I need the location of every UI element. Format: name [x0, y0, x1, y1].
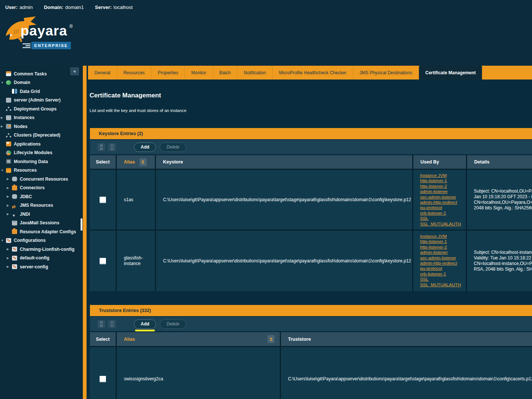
keystore-add-button[interactable]: Add — [134, 143, 156, 152]
used-by-link[interactable]: sec-admin-listener — [420, 194, 456, 200]
page-subtitle: List and edit the key and trust stores o… — [90, 108, 187, 113]
sidebar-item[interactable]: Monitoring Data — [0, 157, 83, 166]
tab[interactable]: Notification — [237, 66, 272, 80]
sidebar-item[interactable]: Resource Adapter Configs — [0, 227, 83, 236]
used-by-link[interactable]: pu-protocol — [420, 266, 442, 271]
nav-icon — [6, 115, 11, 120]
tree-toggle-icon[interactable] — [1, 239, 6, 242]
col-header-alias-label: Alias — [124, 159, 135, 165]
sidebar-item-label: server (Admin Server) — [14, 97, 60, 103]
tree-toggle-icon[interactable] — [7, 186, 12, 190]
row-checkbox[interactable] — [100, 258, 106, 264]
deselect-all-icon[interactable] — [108, 143, 116, 151]
sidebar-item[interactable]: server (Admin Server) — [0, 96, 83, 105]
sidebar-item[interactable]: Data Grid — [0, 87, 83, 96]
used-by-link[interactable]: pu-protocol — [420, 205, 442, 210]
sidebar-item[interactable]: Domain — [0, 78, 83, 87]
used-by-link[interactable]: http-listener-2 — [420, 184, 447, 189]
sidebar-item[interactable]: Concurrent Resources — [0, 175, 83, 184]
sidebar-item[interactable]: Configurations — [0, 236, 83, 245]
sidebar-item[interactable]: Charming-Lionfish-config — [0, 245, 83, 254]
used-by-link[interactable]: http-listener-1 — [420, 239, 447, 244]
sidebar-item[interactable]: default-config — [0, 254, 83, 263]
truststore-add-button[interactable]: Add — [134, 319, 156, 329]
tab[interactable]: MicroProfile Healthcheck Checker — [273, 66, 353, 80]
sidebar-item-label: default-config — [20, 255, 49, 261]
tree-toggle-icon[interactable] — [7, 177, 12, 181]
used-by-link[interactable]: admin-http-redirect — [420, 200, 457, 205]
sidebar-item[interactable]: Clusters (Deprecated) — [0, 131, 83, 140]
tab[interactable]: General — [88, 66, 117, 80]
tree-toggle-icon[interactable] — [1, 125, 6, 128]
tree-toggle-icon[interactable] — [7, 256, 12, 260]
sidebar-item[interactable]: Common Tasks — [0, 69, 83, 78]
keystore-section-header: Keystore Entries (2) — [90, 128, 532, 139]
tree-toggle-icon[interactable] — [7, 204, 12, 207]
used-by-link[interactable]: http-listener-2 — [420, 244, 447, 250]
tree-toggle-icon[interactable] — [1, 81, 6, 84]
tree-toggle-icon[interactable] — [7, 247, 12, 251]
tree-toggle-icon[interactable] — [7, 212, 12, 216]
session-value: admin — [19, 4, 32, 10]
sidebar-item[interactable]: Resources — [0, 166, 83, 175]
sidebar-item[interactable]: JDBC — [0, 192, 83, 201]
sidebar-item[interactable]: Nodes — [0, 122, 83, 131]
sidebar-item[interactable]: Connectors — [0, 184, 83, 193]
sidebar-item-label: server-config — [20, 264, 48, 269]
tab[interactable]: Properties — [151, 66, 185, 80]
used-by-link[interactable]: orb-listener-1 — [420, 271, 446, 277]
tab[interactable]: Resources — [117, 66, 151, 80]
tab[interactable]: JMS Physical Destinations — [353, 66, 419, 80]
used-by-link[interactable]: SSL_MUTUALAUTH — [420, 282, 461, 287]
used-by-link[interactable]: Instance JVM — [420, 234, 447, 239]
sort-asc-icon — [141, 160, 144, 162]
sort-button[interactable] — [140, 158, 147, 166]
sidebar-item[interactable]: JavaMail Sessions — [0, 219, 83, 228]
keystore-delete-button[interactable]: Delete — [160, 143, 186, 152]
sidebar-item[interactable]: Applications — [0, 140, 83, 149]
used-by-link[interactable]: admin-listener — [420, 250, 448, 255]
row-checkbox[interactable] — [100, 197, 106, 203]
sidebar-item[interactable]: Instances — [0, 113, 83, 122]
sidebar-item-label: Data Grid — [20, 89, 40, 94]
sidebar-item-label: Instances — [14, 115, 34, 120]
tree-toggle-icon[interactable] — [7, 195, 12, 198]
sidebar-item[interactable]: Lifecycle Modules — [0, 149, 83, 158]
sidebar-item[interactable]: JMS Resources — [0, 201, 83, 210]
sidebar-item[interactable]: JNDI — [0, 210, 83, 219]
tab[interactable]: Certificate Management — [419, 66, 482, 80]
sidebar-item-label: Applications — [14, 141, 41, 147]
nav-icon — [12, 264, 17, 269]
used-by-link[interactable]: SSL_MUTUALAUTH — [420, 221, 461, 227]
used-by-cell: Instance JVMhttp-listener-1http-listener… — [413, 170, 466, 230]
sidebar-item-label: Resources — [14, 168, 37, 173]
tree-toggle-icon[interactable] — [1, 169, 6, 172]
truststore-delete-button[interactable]: Delete — [160, 319, 186, 329]
enterprise-lines-icon — [22, 43, 31, 48]
select-all-icon[interactable] — [97, 320, 105, 328]
row-checkbox[interactable] — [100, 376, 106, 382]
tab[interactable]: Batch — [213, 66, 238, 80]
used-by-link[interactable]: admin-http-redirect — [420, 261, 457, 266]
edition-badge: ENTERPRISE — [31, 42, 71, 49]
used-by-link[interactable]: SSL — [420, 216, 428, 221]
sidebar-item-label: JDBC — [20, 194, 32, 199]
sidebar-item[interactable]: server-config — [0, 262, 83, 271]
used-by-link[interactable]: sec-admin-listener — [420, 255, 456, 261]
truststore-table: Select Alias Truststore swisssignsilverg… — [90, 332, 532, 399]
nav-icon — [6, 238, 11, 243]
used-by-link[interactable]: http-listener-1 — [420, 178, 447, 183]
tree-toggle-icon[interactable] — [7, 265, 12, 268]
session-value: localhost — [113, 4, 132, 10]
used-by-link[interactable]: orb-listener-1 — [420, 211, 446, 216]
sort-button[interactable] — [267, 335, 275, 343]
used-by-link[interactable]: admin-listener — [420, 189, 448, 194]
deselect-all-icon[interactable] — [108, 320, 116, 328]
tab[interactable]: Monitor — [185, 66, 213, 80]
used-by-link[interactable]: Instance JVM — [420, 173, 447, 178]
select-all-icon[interactable] — [97, 143, 105, 151]
sidebar-item[interactable]: Deployment Groups — [0, 105, 83, 113]
tree-toggle-icon[interactable] — [1, 116, 6, 119]
used-by-link[interactable]: SSL — [420, 277, 428, 282]
sidebar-scrollbar[interactable] — [81, 218, 82, 231]
